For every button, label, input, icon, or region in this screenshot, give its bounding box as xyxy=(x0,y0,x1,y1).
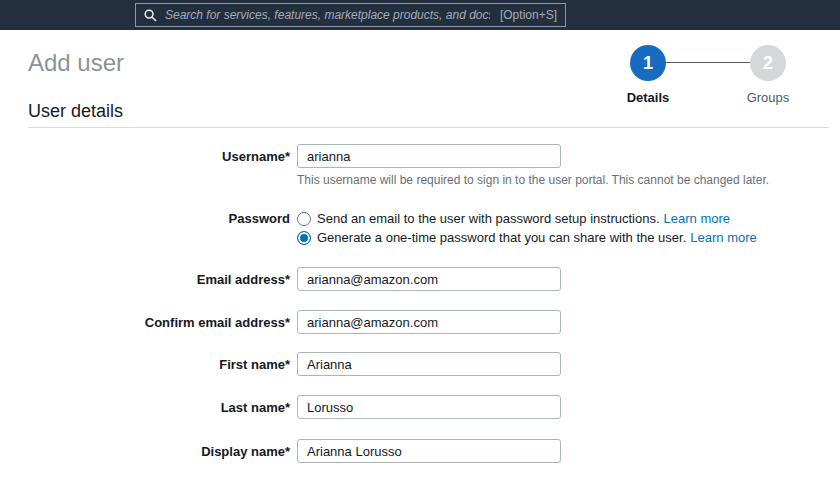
top-navigation-bar: Search for services, features, marketpla… xyxy=(0,0,840,30)
user-details-form: Username* This username will be required… xyxy=(28,144,840,463)
username-input[interactable] xyxy=(297,144,561,168)
password-option-email-text: Send an email to the user with password … xyxy=(317,210,660,227)
display-name-label: Display name* xyxy=(28,443,290,460)
section-divider xyxy=(28,127,829,128)
confirm-email-row: Confirm email address* xyxy=(28,310,840,334)
password-option-one-time-text: Generate a one-time password that you ca… xyxy=(317,229,686,246)
email-label: Email address* xyxy=(28,271,290,288)
last-name-row: Last name* xyxy=(28,395,840,419)
password-option-email[interactable]: Send an email to the user with password … xyxy=(297,210,757,227)
password-radio[interactable] xyxy=(297,212,311,226)
password-row: Password Send an email to the user with … xyxy=(28,210,840,246)
display-name-input[interactable] xyxy=(297,439,561,463)
first-name-input[interactable] xyxy=(297,352,561,376)
first-name-label: First name* xyxy=(28,356,290,373)
wizard-stepper: 1 2 Details Groups xyxy=(600,45,830,107)
email-input[interactable] xyxy=(297,267,561,291)
username-row: Username* xyxy=(28,144,840,168)
learn-more-link-1[interactable]: Learn more xyxy=(664,211,730,226)
email-row: Email address* xyxy=(28,267,840,291)
first-name-row: First name* xyxy=(28,352,840,376)
search-input-placeholder[interactable]: Search for services, features, marketpla… xyxy=(165,8,490,22)
step-1-label: Details xyxy=(608,90,688,105)
password-option-one-time[interactable]: Generate a one-time password that you ca… xyxy=(297,229,757,246)
password-radio[interactable] xyxy=(297,231,311,245)
display-name-row: Display name* xyxy=(28,439,840,463)
last-name-label: Last name* xyxy=(28,399,290,416)
step-connector-line xyxy=(666,62,750,63)
last-name-input[interactable] xyxy=(297,395,561,419)
step-2-circle: 2 xyxy=(750,45,786,81)
confirm-email-label: Confirm email address* xyxy=(28,314,290,331)
username-label: Username* xyxy=(28,148,290,165)
search-shortcut-hint: [Option+S] xyxy=(500,8,557,22)
password-label: Password xyxy=(28,210,290,227)
step-1-circle: 1 xyxy=(630,45,666,81)
learn-more-link-2[interactable]: Learn more xyxy=(690,230,756,245)
password-options: Send an email to the user with password … xyxy=(297,210,757,246)
step-2-label: Groups xyxy=(728,90,808,105)
username-help-text: This username will be required to sign i… xyxy=(297,173,840,188)
search-icon xyxy=(144,9,157,22)
search-bar[interactable]: Search for services, features, marketpla… xyxy=(135,3,566,27)
confirm-email-input[interactable] xyxy=(297,310,561,334)
